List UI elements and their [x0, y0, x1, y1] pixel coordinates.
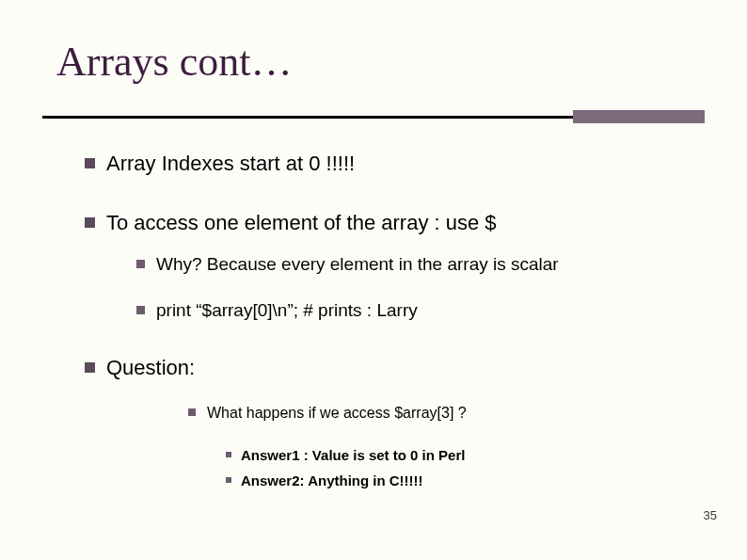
bullet-l1: To access one element of the array : use…	[85, 210, 687, 237]
square-bullet-icon	[226, 452, 231, 457]
page-number: 35	[704, 508, 717, 522]
bullet-l2: print “$array[0]\n”; # prints : Larry	[136, 299, 687, 323]
rule-accent	[573, 110, 705, 123]
bullet-text: print “$array[0]\n”; # prints : Larry	[156, 299, 418, 323]
bullet-text: What happens if we access $array[3] ?	[207, 404, 467, 424]
bullet-l2: Why? Because every element in the array …	[136, 253, 687, 277]
bullet-l1: Question:	[85, 355, 687, 382]
bullet-l3: What happens if we access $array[3] ?	[188, 404, 687, 424]
square-bullet-icon	[188, 408, 196, 416]
slide: Arrays cont… Array Indexes start at 0 !!…	[0, 0, 747, 560]
bullet-text: Question:	[106, 355, 195, 382]
square-bullet-icon	[226, 477, 231, 483]
square-bullet-icon	[136, 306, 145, 314]
bullet-text: Answer2: Anything in C!!!!!	[241, 472, 423, 490]
square-bullet-icon	[85, 217, 95, 228]
bullet-l4: Answer1 : Value is set to 0 in Perl	[226, 446, 687, 465]
bullet-l1: Array Indexes start at 0 !!!!!	[85, 151, 687, 178]
bullet-l4: Answer2: Anything in C!!!!!	[226, 472, 687, 490]
square-bullet-icon	[85, 158, 95, 168]
slide-body: Array Indexes start at 0 !!!!! To access…	[85, 151, 687, 490]
bullet-text: Answer1 : Value is set to 0 in Perl	[241, 446, 465, 465]
square-bullet-icon	[85, 362, 95, 373]
square-bullet-icon	[136, 260, 145, 268]
bullet-text: Array Indexes start at 0 !!!!!	[106, 151, 355, 178]
bullet-text: To access one element of the array : use…	[106, 210, 497, 237]
title-rule	[42, 110, 705, 123]
bullet-text: Why? Because every element in the array …	[156, 253, 559, 277]
slide-title: Arrays cont…	[56, 38, 293, 86]
